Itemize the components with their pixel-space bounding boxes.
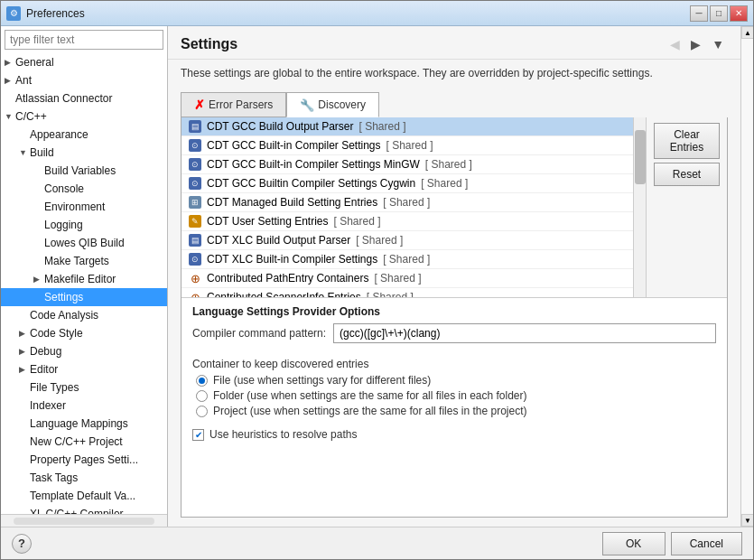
sidebar-item-lowes[interactable]: Lowes QIB Build (1, 234, 167, 252)
compiler-pattern-input[interactable] (333, 323, 716, 343)
sidebar-item-settings[interactable]: Settings (1, 288, 167, 306)
list-item[interactable]: ⊕ Contributed PathEntry Containers [ Sha… (182, 269, 633, 288)
parser-icon: ▤ (189, 234, 201, 247)
content-area: ▶ General ▶ Ant Atlassian Connector (1, 26, 753, 527)
list-item[interactable]: ⊙ CDT GCC Built-in Compiler Settings Min… (182, 155, 633, 174)
expand-arrow: ▶ (19, 347, 30, 356)
parser-tag: [ Shared ] (421, 177, 468, 190)
parser-tag: [ Shared ] (383, 253, 430, 266)
sidebar-item-label: Makefile Editor (44, 273, 116, 285)
parser-label: Contributed PathEntry Containers (207, 272, 368, 285)
sidebar-item-label: General (15, 56, 54, 69)
sidebar-item-cpp[interactable]: ▼ C/C++ (1, 107, 167, 126)
sidebar-item-ant[interactable]: ▶ Ant (1, 71, 167, 89)
sidebar-item-label: XL C/C++ Compiler (30, 508, 124, 514)
heuristics-row[interactable]: ✔ Use heuristics to resolve paths (182, 425, 727, 448)
tab-error-parsers[interactable]: ✗ Error Parsers (181, 92, 286, 117)
preferences-window: ⚙ Preferences ─ □ ✕ ▶ General ▶ (0, 0, 754, 560)
minimize-button[interactable]: ─ (690, 5, 708, 22)
sidebar-item-logging[interactable]: Logging (1, 216, 167, 234)
radio-file[interactable]: File (use when settings vary for differe… (196, 374, 716, 387)
sidebar-item-label: Settings (44, 291, 83, 303)
heuristics-label: Use heuristics to resolve paths (209, 428, 357, 441)
parser-label: CDT Managed Build Setting Entries (207, 196, 377, 209)
back-button[interactable]: ◀ (666, 35, 684, 53)
sidebar-item-property-pages[interactable]: Property Pages Setti... (1, 451, 167, 469)
clear-entries-button[interactable]: Clear Entries (654, 123, 720, 159)
radio-folder[interactable]: Folder (use when settings are the same f… (196, 389, 716, 402)
sidebar-item-appearance[interactable]: Appearance (1, 126, 167, 144)
list-item[interactable]: ⊙ CDT XLC Built-in Compiler Settings [ S… (182, 250, 633, 269)
parser-tag: [ Shared ] (383, 196, 430, 209)
sidebar-item-label: Ant (15, 74, 32, 87)
scroll-track (14, 518, 154, 525)
sidebar-item-indexer[interactable]: Indexer (1, 397, 167, 415)
close-button[interactable]: ✕ (730, 5, 748, 22)
list-item[interactable]: ⊕ Contributed ScannerInfo Entries [ Shar… (182, 288, 633, 297)
maximize-button[interactable]: □ (710, 5, 728, 22)
sidebar-item-atlassian[interactable]: Atlassian Connector (1, 89, 167, 107)
tab-error-parsers-label: Error Parsers (209, 98, 273, 111)
sidebar-item-console[interactable]: Console (1, 180, 167, 198)
sidebar-item-code-style[interactable]: ▶ Code Style (1, 324, 167, 342)
sidebar-item-language-mappings[interactable]: Language Mappings (1, 415, 167, 433)
parser-tag: [ Shared ] (374, 272, 421, 285)
main-header: Settings ◀ ▶ ▼ (168, 26, 740, 60)
parser-icon: ⊙ (189, 139, 201, 152)
expand-arrow: ▼ (19, 148, 30, 157)
sidebar-item-makefile-editor[interactable]: ▶ Makefile Editor (1, 270, 167, 288)
help-button[interactable]: ? (12, 534, 32, 554)
forward-button[interactable]: ▶ (687, 35, 704, 53)
parser-label: CDT GCC Build Output Parser (207, 120, 354, 133)
sidebar-item-file-types[interactable]: File Types (1, 378, 167, 397)
error-icon: ✗ (194, 98, 205, 112)
heuristics-checkbox[interactable]: ✔ (192, 429, 204, 441)
scroll-up-arrow[interactable]: ▲ (741, 26, 753, 39)
sidebar-item-label: Indexer (30, 399, 66, 412)
list-item[interactable]: ▤ CDT GCC Build Output Parser [ Shared ] (182, 117, 633, 136)
parser-icon: ⊕ (189, 272, 201, 285)
radio-file-label: File (use when settings vary for differe… (213, 374, 431, 387)
sidebar-horizontal-scrollbar[interactable] (1, 514, 167, 527)
window-icon: ⚙ (6, 6, 21, 21)
sidebar-item-general[interactable]: ▶ General (1, 53, 167, 71)
sidebar-item-debug[interactable]: ▶ Debug (1, 342, 167, 360)
list-item[interactable]: ✎ CDT User Setting Entries [ Shared ] (182, 212, 633, 231)
main-scrollbar[interactable]: ▲ ▼ (740, 26, 753, 527)
sidebar-item-label: New C/C++ Project (30, 435, 123, 448)
sidebar-item-build-variables[interactable]: Build Variables (1, 162, 167, 180)
sidebar-item-task-tags[interactable]: Task Tags (1, 469, 167, 487)
cancel-button[interactable]: Cancel (671, 532, 742, 555)
parser-label: CDT GCC Built-in Compiler Settings (207, 139, 381, 152)
reset-button[interactable]: Reset (654, 163, 720, 186)
sidebar-item-label: Lowes QIB Build (44, 237, 125, 249)
list-scrollbar[interactable] (633, 117, 646, 297)
sidebar-item-editor[interactable]: ▶ Editor (1, 360, 167, 378)
menu-button[interactable]: ▼ (708, 35, 728, 53)
list-item[interactable]: ⊙ CDT GCC Builtin Compiler Settings Cygw… (182, 174, 633, 193)
parser-tag: [ Shared ] (425, 158, 472, 171)
list-item[interactable]: ▤ CDT XLC Build Output Parser [ Shared ] (182, 231, 633, 250)
scroll-down-arrow[interactable]: ▼ (741, 514, 753, 527)
sidebar-item-label: Environment (44, 201, 105, 213)
list-item[interactable]: ⊞ CDT Managed Build Setting Entries [ Sh… (182, 193, 633, 212)
radio-project[interactable]: Project (use when settings are the same … (196, 405, 716, 417)
filter-input[interactable] (5, 30, 163, 50)
parser-tag: [ Shared ] (359, 120, 406, 133)
expand-arrow: ▶ (19, 365, 30, 374)
parser-icon: ⊞ (189, 196, 201, 209)
sidebar-item-new-cpp[interactable]: New C/C++ Project (1, 433, 167, 451)
tab-discovery[interactable]: 🔧 Discovery (286, 92, 379, 117)
parser-tag: [ Shared ] (356, 234, 403, 247)
sidebar-item-xl-compiler[interactable]: XL C/C++ Compiler (1, 505, 167, 514)
sidebar-item-build[interactable]: ▼ Build (1, 144, 167, 162)
parser-label: CDT GCC Built-in Compiler Settings MinGW (207, 158, 420, 171)
sidebar-item-environment[interactable]: Environment (1, 198, 167, 216)
sidebar-item-template-default[interactable]: Template Default Va... (1, 487, 167, 505)
sidebar-item-code-analysis[interactable]: Code Analysis (1, 306, 167, 324)
radio-folder-label: Folder (use when settings are the same f… (213, 389, 527, 402)
sidebar-item-make-targets[interactable]: Make Targets (1, 252, 167, 270)
list-item[interactable]: ⊙ CDT GCC Built-in Compiler Settings [ S… (182, 136, 633, 155)
ok-button[interactable]: OK (602, 532, 666, 555)
scroll-track-vertical (741, 39, 753, 514)
